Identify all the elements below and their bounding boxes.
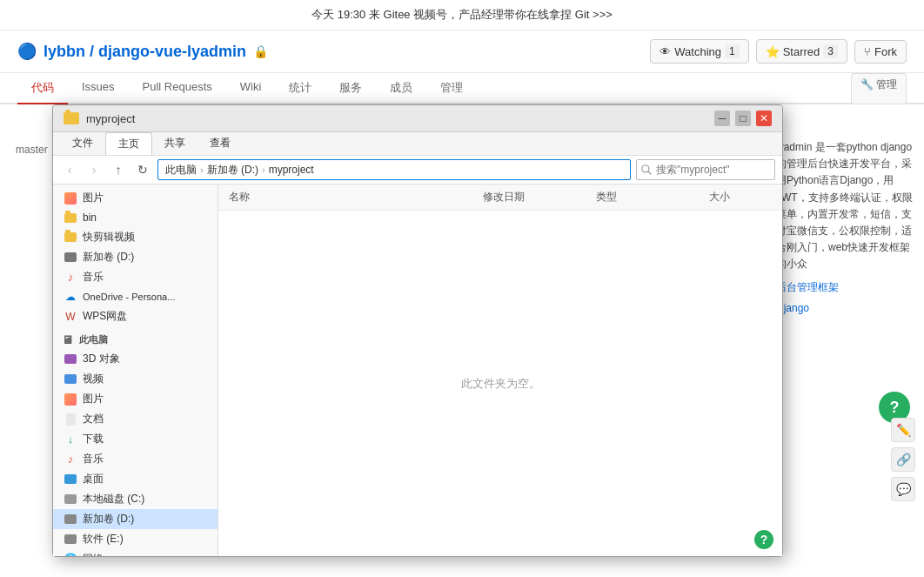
titlebar-folder-icon	[64, 112, 79, 124]
disk-e-icon	[64, 533, 77, 547]
ribbon-tab-view[interactable]: 查看	[198, 132, 243, 155]
disk-d-icon	[64, 513, 77, 527]
ribbon-tab-share[interactable]: 共享	[152, 132, 198, 155]
repo-name: lybbn / django-vue-lyadmin	[44, 43, 246, 61]
computer-icon: 🖥	[60, 332, 74, 346]
float-icons-panel: ✏️ 🔗 💬	[891, 418, 915, 501]
link-icon-btn[interactable]: 🔗	[891, 447, 915, 472]
drive-d-icon	[64, 251, 77, 265]
col-modified: 修改日期	[479, 188, 593, 206]
fork-button[interactable]: ⑂ Fork	[854, 40, 907, 64]
pictures2-icon	[64, 392, 77, 406]
tab-stats[interactable]: 统计	[275, 73, 325, 104]
tab-service[interactable]: 服务	[325, 73, 376, 104]
sidebar-item-wps[interactable]: W WPS网盘	[53, 306, 218, 326]
sidebar-item-disk-e[interactable]: 软件 (E:)	[53, 529, 218, 549]
tab-wiki[interactable]: Wiki	[226, 73, 276, 104]
fork-label: Fork	[874, 45, 897, 58]
tab-members[interactable]: 成员	[376, 73, 426, 104]
sidebar-item-downloads[interactable]: ↓ 下载	[53, 429, 218, 449]
file-explorer-sidebar: 图片 bin 快剪辑视频 新加卷 (D:) ♪ 音乐 ☁ OneDrive - …	[53, 185, 218, 556]
tag-django: Django	[776, 302, 915, 314]
bin-folder-icon	[64, 211, 77, 225]
sidebar-item-disk-d[interactable]: 新加卷 (D:)	[53, 509, 218, 529]
downloads-icon: ↓	[64, 433, 77, 446]
repo-icon: 🔵	[17, 42, 37, 61]
ribbon-tab-home[interactable]: 主页	[105, 132, 152, 155]
description-text: lyadmin 是一套python django的管理后台快速开发平台，采用Py…	[776, 141, 913, 270]
sidebar-item-pictures[interactable]: 图片	[53, 188, 218, 208]
sidebar-item-video-cut[interactable]: 快剪辑视频	[53, 227, 218, 247]
minimize-button[interactable]: ─	[714, 111, 730, 126]
edit-icon-btn[interactable]: ✏️	[891, 418, 915, 442]
starred-button[interactable]: ⭐ Starred 3	[756, 39, 847, 64]
star-icon: ⭐	[766, 45, 780, 58]
maximize-button[interactable]: □	[735, 111, 751, 126]
nav-back-button[interactable]: ‹	[60, 160, 79, 179]
sidebar-item-drive-d[interactable]: 新加卷 (D:)	[53, 247, 218, 267]
page-header: 🔵 lybbn / django-vue-lyadmin 🔒 👁 Watchin…	[0, 30, 924, 73]
nav-refresh-button[interactable]: ↻	[133, 160, 152, 179]
sidebar-item-onedrive[interactable]: ☁ OneDrive - Persona...	[53, 287, 218, 306]
tab-issues[interactable]: Issues	[68, 73, 129, 104]
notification-bar: 今天 19:30 来 Gitee 视频号，产品经理带你在线拿捏 Git >>>	[0, 0, 924, 30]
sidebar-item-disk-c[interactable]: 本地磁盘 (C:)	[53, 489, 218, 509]
nav-forward-button[interactable]: ›	[84, 160, 104, 179]
desktop-icon	[64, 473, 77, 486]
file-explorer-window: myproject ─ □ ✕ 文件 主页 共享 查看 ‹ › ↑ ↻ 此	[52, 104, 783, 557]
ribbon-tab-file[interactable]: 文件	[60, 132, 105, 155]
file-explorer-titlebar: myproject ─ □ ✕	[53, 105, 782, 132]
pictures-icon	[64, 191, 77, 205]
repo-title: 🔵 lybbn / django-vue-lyadmin 🔒	[17, 42, 268, 61]
branch-indicator: master	[16, 144, 48, 156]
file-explorer-content: 名称 修改日期 类型 大小 此文件夹为空。	[218, 185, 782, 556]
sidebar-item-network[interactable]: 🌐 网络	[53, 549, 218, 556]
manage-right-btn[interactable]: 🔧 管理	[851, 73, 907, 104]
music2-icon: ♪	[64, 453, 77, 466]
sidebar-item-pictures2[interactable]: 图片	[53, 389, 218, 409]
tab-bar: 代码 Issues Pull Requests Wiki 统计 服务 成员 管理…	[0, 73, 924, 104]
path-computer: 此电脑	[165, 163, 197, 178]
network-icon: 🌐	[64, 553, 77, 557]
empty-message: 此文件夹为空。	[461, 376, 540, 392]
videos-icon	[64, 372, 77, 386]
sidebar-item-3d[interactable]: 3D 对象	[53, 349, 218, 369]
starred-count: 3	[823, 44, 838, 58]
watching-button[interactable]: 👁 Watching 1	[650, 39, 748, 64]
help-button[interactable]: ?	[754, 530, 773, 549]
main-panel: 图片 bin 快剪辑视频 新加卷 (D:) ♪ 音乐 ☁ OneDrive - …	[53, 185, 782, 556]
path-sep-1: ›	[200, 164, 204, 175]
starred-label: Starred	[783, 45, 820, 58]
path-sep-2: ›	[262, 164, 265, 175]
tab-manage[interactable]: 管理	[426, 73, 477, 104]
comment-icon-btn[interactable]: 💬	[891, 477, 915, 501]
notif-text: 今天 19:30 来 Gitee 视频号，产品经理带你在线拿捏 Git >>>	[311, 8, 613, 21]
header-actions: 👁 Watching 1 ⭐ Starred 3 ⑂ Fork	[650, 39, 907, 64]
wps-icon: W	[64, 310, 77, 324]
disk-c-icon	[64, 493, 77, 507]
description-block: lyadmin 是一套python django的管理后台快速开发平台，采用Py…	[776, 139, 915, 273]
close-button[interactable]: ✕	[756, 111, 772, 126]
sidebar-item-desktop[interactable]: 桌面	[53, 469, 218, 489]
sidebar-item-documents[interactable]: 文档	[53, 409, 218, 429]
titlebar-title: myproject	[86, 112, 135, 125]
ribbon-tabs: 文件 主页 共享 查看	[53, 132, 782, 155]
sidebar-item-music[interactable]: ♪ 音乐	[53, 267, 218, 287]
tab-code[interactable]: 代码	[17, 73, 68, 104]
sidebar-item-bin[interactable]: bin	[53, 208, 218, 227]
content-body: 此文件夹为空。	[218, 211, 782, 556]
3d-icon	[64, 352, 77, 366]
sidebar-item-music2[interactable]: ♪ 音乐	[53, 449, 218, 469]
col-type: 类型	[593, 188, 706, 206]
path-folder: myproject	[269, 164, 314, 176]
sidebar-item-videos[interactable]: 视频	[53, 369, 218, 389]
path-bar[interactable]: 此电脑 › 新加卷 (D:) › myproject	[157, 159, 631, 180]
path-drive: 新加卷 (D:)	[207, 163, 258, 178]
security-badge: 🔒	[253, 44, 268, 58]
music-icon: ♪	[64, 271, 77, 285]
search-input[interactable]	[636, 159, 775, 180]
nav-up-button[interactable]: ↑	[109, 160, 128, 179]
sidebar-section-this-pc: 🖥 此电脑	[53, 330, 218, 349]
tab-pull-requests[interactable]: Pull Requests	[129, 73, 226, 104]
col-name: 名称	[225, 188, 479, 206]
